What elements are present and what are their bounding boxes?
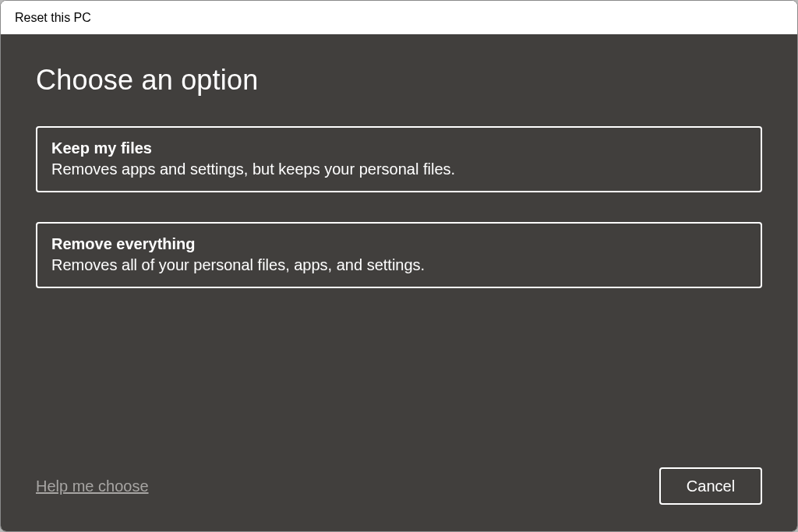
dialog-footer: Help me choose Cancel [36, 467, 762, 505]
options-list: Keep my files Removes apps and settings,… [36, 126, 762, 288]
reset-pc-dialog: Reset this PC Choose an option Keep my f… [0, 0, 798, 532]
option-description: Removes all of your personal files, apps… [51, 255, 747, 276]
dialog-content: Choose an option Keep my files Removes a… [1, 34, 797, 531]
option-keep-my-files[interactable]: Keep my files Removes apps and settings,… [36, 126, 762, 192]
option-title: Remove everything [51, 234, 747, 255]
option-title: Keep my files [51, 138, 747, 159]
cancel-button[interactable]: Cancel [659, 467, 762, 505]
option-remove-everything[interactable]: Remove everything Removes all of your pe… [36, 222, 762, 288]
help-me-choose-link[interactable]: Help me choose [36, 477, 149, 495]
spacer [36, 288, 762, 467]
window-title: Reset this PC [15, 11, 91, 25]
option-description: Removes apps and settings, but keeps you… [51, 159, 747, 180]
page-heading: Choose an option [36, 64, 762, 97]
titlebar: Reset this PC [1, 1, 797, 34]
